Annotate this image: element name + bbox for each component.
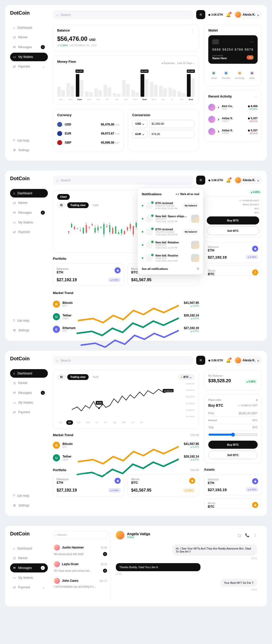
nav-payment[interactable]: ⇄Payment xyxy=(10,228,48,236)
qa-more[interactable]: ▣More xyxy=(249,70,255,79)
notification-item[interactable]: ETH recieved1.25 ETH received6 Oct 2022,… xyxy=(142,199,199,212)
range-5Y[interactable]: 5Y xyxy=(102,420,109,425)
nav-messages[interactable]: ✉Messages1 xyxy=(10,208,48,217)
conv-from-input[interactable]: $1,000.00 xyxy=(149,120,195,128)
search-input[interactable]: ⌕Search xyxy=(53,356,193,365)
user-menu[interactable]: Alesia K.⌄ xyxy=(234,356,262,364)
activity-row[interactable]: 2 Juliya S.Juliya5. ◆ 5,327-32,01% xyxy=(208,113,258,125)
voice-call-icon[interactable]: 📞 xyxy=(245,533,249,537)
range-1M[interactable]: 1M xyxy=(111,420,118,425)
portfolio-card[interactable]: ◆ BitcoinBTC$41,567.95 ▴ 5.58% xyxy=(127,474,199,496)
activity-row[interactable]: 1 Alex Co.Alexy ◆ 8,456+23,00% xyxy=(208,101,258,113)
trend-row[interactable]: B BitcoinBTC $41,567.95▴ 0.67% xyxy=(53,439,199,452)
asset-card[interactable]: ◆ EthereumETH $27,192.19▴ 0.45% xyxy=(204,474,262,496)
nav-dashboard[interactable]: ⌂Dashboard xyxy=(10,544,48,553)
nav-wallets[interactable]: ▭My Wallets xyxy=(10,573,48,582)
nav-help[interactable]: ?Get Help xyxy=(10,316,48,325)
sell-button[interactable]: Sell BTC xyxy=(208,451,258,459)
more-icon[interactable]: ⋯ xyxy=(254,94,258,101)
nav-payment[interactable]: ⇄Payment xyxy=(10,408,48,416)
message-search[interactable]: ⌕ Search.. xyxy=(53,531,108,538)
nav-messages[interactable]: ✉Messages1 xyxy=(10,563,48,572)
notification-item[interactable]: New bid: Routine0.002 ETH5 Oct 2022, 02:… xyxy=(142,251,199,265)
mark-all-read[interactable]: ✓✓ Mark all as read xyxy=(176,193,199,196)
gear-icon[interactable]: ⚙ xyxy=(197,267,199,270)
nav-wallets[interactable]: ▭My Wallets xyxy=(10,398,48,407)
nav-payment[interactable]: ⇄Payment⌄ xyxy=(10,62,48,71)
conv-to-input[interactable]: 875,05 xyxy=(149,130,195,138)
search-input[interactable]: ⌕Search xyxy=(53,176,193,185)
activity-row[interactable]: 3 Juliya S.Juliya5. ◆ 5,327-32,01% xyxy=(208,125,258,138)
sell-btc-button[interactable]: Sell BTC xyxy=(207,227,259,235)
user-menu[interactable]: Alesia K.⌄ xyxy=(234,176,262,184)
symbol-select[interactable]: ●BTC ⌄ xyxy=(178,374,195,380)
nav-help[interactable]: ?Get Help xyxy=(10,492,48,500)
more-icon[interactable]: ⋮ xyxy=(191,28,195,35)
notification-item[interactable]: New bid: Rotation0.002 ETH6 Oct 2022, 11… xyxy=(142,238,199,251)
nav-wallets[interactable]: ▭My Wallets xyxy=(10,53,48,61)
conversation-item[interactable]: John CaresJan 12 I will immediately pay … xyxy=(53,575,108,591)
range-5D[interactable]: 5D xyxy=(66,420,73,425)
qa-receive[interactable]: ▣Receive xyxy=(222,70,230,79)
filter-button[interactable]: ≡ xyxy=(196,356,205,365)
nav-market[interactable]: ◷Market xyxy=(10,554,48,562)
avatar xyxy=(235,12,241,18)
credit-card[interactable]: ⋯ 5698 56254 6786 9979 Card HolderName H… xyxy=(208,35,258,64)
nav-settings[interactable]: ⚙Settings xyxy=(10,146,48,154)
conv-to-select[interactable]: EUR ⌄ xyxy=(132,130,147,138)
trend-row[interactable]: B BitcoinBTC $41,567.95▴ 0.67% xyxy=(53,298,199,310)
view-all-link[interactable]: View All xyxy=(190,469,199,471)
nav-messages[interactable]: ✉Messages1 xyxy=(10,388,48,397)
nav-settings[interactable]: ⚙Settings xyxy=(10,326,48,335)
range-select[interactable]: Last 15 Days ⌄ xyxy=(177,62,195,65)
amount-slider[interactable] xyxy=(208,433,258,437)
more-icon[interactable]: ⋮ xyxy=(253,533,257,537)
notification-item[interactable]: ETH recieved0.81 ETH received7 Oct 2022,… xyxy=(142,225,199,238)
portfolio-card[interactable]: ◆ EthereumETH$27,192.19 ▴ 0.45% xyxy=(53,264,124,286)
nav-dashboard[interactable]: ⌂Dashboard xyxy=(10,23,48,32)
conversation-item[interactable]: Layla Grum02.15 Hi! i have some sent mon… xyxy=(53,559,108,575)
range-1Y[interactable]: 1Y xyxy=(93,420,100,425)
nav-market[interactable]: ◷Market xyxy=(10,33,48,42)
range-5M[interactable]: 5M xyxy=(84,420,92,425)
qa-invoicing[interactable]: ▣Invoicing xyxy=(235,70,244,79)
asset-btc[interactable]: ₿ Bitcoin BTC xyxy=(204,266,262,276)
recent-activity-card: Recent Activity⋯ 1 Alex Co.Alexy ◆ 8,456… xyxy=(204,90,262,142)
notification-item[interactable]: New bid: Space shipp…0.002 ETH7 Oct 2022… xyxy=(142,212,199,225)
asset-eth[interactable]: ◆ Ethereum ETH $27,192.19 ▴ 0.45% xyxy=(204,242,262,263)
user-menu[interactable]: Alesia K.⌄ xyxy=(234,11,262,19)
bell-icon[interactable]: 🔔 xyxy=(226,12,231,17)
range-1M[interactable]: 1M xyxy=(75,420,82,425)
nav-dashboard[interactable]: ⌂Dashboard xyxy=(10,189,48,198)
asset-card[interactable]: ◆ BitcoinBTC xyxy=(204,498,262,508)
nav-wallets[interactable]: ▭My Wallets xyxy=(10,218,48,227)
nav-messages[interactable]: ✉Messages1 xyxy=(10,43,48,52)
close-icon[interactable]: ⊗ xyxy=(256,399,258,401)
portfolio-card[interactable]: ◆ EthereumETH$27,192.19 ▴ 0.45% xyxy=(53,474,124,496)
view-all-link[interactable]: View All xyxy=(190,434,199,436)
range-5M[interactable]: 5M xyxy=(120,420,128,425)
video-call-icon[interactable]: ▢ xyxy=(238,533,241,537)
nav-dashboard[interactable]: ⌂Dashboard xyxy=(10,369,48,378)
nav-payment[interactable]: ⇄Payment⌄ xyxy=(10,583,48,592)
buy-btc-button[interactable]: Buy BTC xyxy=(207,216,259,224)
bell-icon[interactable]: 🔔 xyxy=(226,358,231,363)
nav-market[interactable]: ◷Market xyxy=(10,199,48,207)
tab-chart[interactable]: Chart xyxy=(57,194,70,200)
range-1Y[interactable]: 1Y xyxy=(129,420,136,425)
svg-rect-27 xyxy=(106,226,108,227)
range-1D[interactable]: 1D xyxy=(57,420,64,425)
filter-button[interactable]: ≡ xyxy=(196,10,205,19)
filter-button[interactable]: ≡ xyxy=(196,176,205,185)
nav-help[interactable]: ?Get Help xyxy=(10,136,48,145)
conversation-item[interactable]: Justin Hammer01.00 We almost done with b… xyxy=(53,542,108,559)
nav-market[interactable]: ◷Market xyxy=(10,379,48,387)
conv-from-select[interactable]: USD ⌄ xyxy=(132,120,147,128)
range-5Y[interactable]: 5Y xyxy=(138,420,145,425)
bell-icon[interactable]: 🔔 xyxy=(226,178,231,183)
qa-send[interactable]: ▣Send xyxy=(211,70,217,79)
nav-settings[interactable]: ⚙Settings xyxy=(10,501,48,510)
see-all-link[interactable]: See all notifications xyxy=(142,267,168,270)
buy-button[interactable]: Buy BTC xyxy=(208,441,258,449)
search-input[interactable]: ⌕Search xyxy=(53,10,193,19)
